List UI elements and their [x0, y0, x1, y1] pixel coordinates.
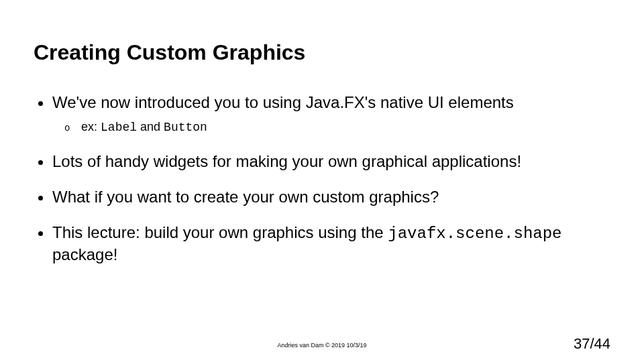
sub-bullet-1: ex: Label and Button [78, 119, 610, 135]
code-label: Label [101, 121, 137, 134]
sub-list: ex: Label and Button [52, 119, 610, 135]
bullet-2: Lots of handy widgets for making your ow… [52, 151, 610, 172]
bullet-4-suffix: package! [52, 245, 117, 263]
slide: Creating Custom Graphics We've now intro… [0, 0, 644, 362]
code-button: Button [164, 121, 207, 134]
page-title: Creating Custom Graphics [34, 40, 610, 65]
sub-prefix: ex: [81, 120, 101, 133]
bullet-1: We've now introduced you to using Java.F… [52, 92, 610, 136]
bullet-3: What if you want to create your own cust… [52, 186, 610, 207]
bullet-4: This lecture: build your own graphics us… [52, 222, 610, 265]
sub-mid: and [137, 120, 164, 133]
bullet-1-text: We've now introduced you to using Java.F… [52, 93, 514, 111]
code-package: javafx.scene.shape [388, 225, 561, 243]
page-number: 37/44 [574, 335, 610, 353]
bullet-4-prefix: This lecture: build your own graphics us… [52, 223, 388, 241]
footer-credit: Andries van Dam © 2019 10/3/19 [277, 342, 366, 349]
bullet-list: We've now introduced you to using Java.F… [34, 92, 610, 265]
